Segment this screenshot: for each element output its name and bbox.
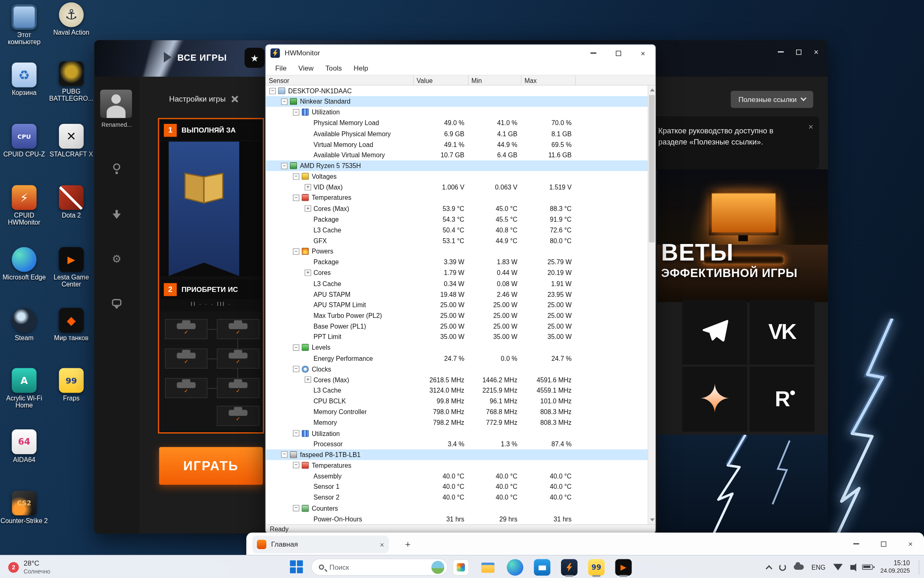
tank-node[interactable]: ✓ xyxy=(165,319,207,339)
clock[interactable]: 15:10 24.09.2025 xyxy=(880,559,910,575)
minimize-button[interactable] xyxy=(843,533,870,555)
desktop-icon-fraps[interactable]: 99Fraps xyxy=(47,368,95,402)
social-tile-telegram[interactable] xyxy=(682,300,747,365)
sensor-row[interactable]: Physical Memory Load49.0 %41.0 %70.0 % xyxy=(266,118,648,128)
collapse-icon[interactable]: − xyxy=(293,366,299,372)
promo-step-1[interactable]: 1 ВЫПОЛНЯЙ ЗА xyxy=(160,120,262,140)
sensor-row[interactable]: APU STAPM19.48 W2.46 W23.95 W xyxy=(266,289,648,300)
taskbar-app-fraps[interactable]: 99 xyxy=(587,557,606,577)
sensor-row[interactable]: +Cores (Max)53.9 °C45.0 °C88.3 °C xyxy=(266,203,648,214)
column-header-max[interactable]: Max xyxy=(521,76,575,85)
sensor-row[interactable]: −Clocks xyxy=(266,364,648,374)
taskbar-app-edge[interactable] xyxy=(506,557,525,577)
sensor-row[interactable]: Memory Controller798.0 MHz768.8 MHz808.3… xyxy=(266,407,648,417)
scroll-down-icon[interactable] xyxy=(650,519,655,521)
menu-item-file[interactable]: File xyxy=(269,62,292,74)
search-input[interactable]: Поиск xyxy=(311,559,448,576)
sensor-row[interactable]: L3 Cache3124.0 MHz2215.9 MHz4559.1 MHz xyxy=(266,385,648,396)
social-tile-vk[interactable]: VK xyxy=(750,300,814,365)
new-tab-button[interactable]: + xyxy=(401,537,415,551)
profile-name[interactable]: Renamed... xyxy=(94,121,139,128)
sensor-row[interactable]: Assembly40.0 °C40.0 °C40.0 °C xyxy=(266,471,648,481)
tab-close-icon[interactable]: × xyxy=(380,540,384,549)
game-settings-button[interactable]: Настройки игры xyxy=(169,95,238,103)
weather-widget[interactable]: 2 28°C Солнечно xyxy=(5,557,54,577)
taskbar-app-photos[interactable] xyxy=(451,557,470,577)
sensor-row[interactable]: Package54.3 °C45.5 °C91.9 °C xyxy=(266,214,648,225)
collapse-icon[interactable]: − xyxy=(281,98,288,105)
play-button[interactable]: ИГРАТЬ xyxy=(159,447,263,485)
taskbar-app-file-explorer[interactable] xyxy=(478,557,497,577)
sensor-row[interactable]: APU STAPM Limit25.00 W25.00 W25.00 W xyxy=(266,299,648,310)
collapse-icon[interactable]: − xyxy=(269,88,276,94)
collapse-icon[interactable]: − xyxy=(293,173,299,180)
sensor-row[interactable]: −AMD Ryzen 5 7535H xyxy=(266,161,648,171)
sensor-row[interactable]: −DESKTOP-NK1DAAC xyxy=(266,85,648,96)
desktop-icon-cs2[interactable]: CS2Counter-Strike 2 xyxy=(0,491,48,525)
sensor-row[interactable]: −Utilization xyxy=(266,428,648,438)
sensor-row[interactable]: −Counters xyxy=(266,503,648,514)
show-desktop-button[interactable] xyxy=(919,560,920,574)
sensor-row[interactable]: −Temperatures xyxy=(266,460,648,471)
browser-tab-home[interactable]: Главная × xyxy=(252,535,389,553)
sensor-row[interactable]: −Powers xyxy=(266,246,648,257)
all-games-nav[interactable]: ВСЕ ИГРЫ xyxy=(164,52,227,63)
download-icon[interactable] xyxy=(110,209,123,222)
sensor-row[interactable]: Processor3.4 %1.3 %87.4 % xyxy=(266,438,648,449)
sensor-row[interactable]: Memory798.2 MHz772.9 MHz808.3 MHz xyxy=(266,417,648,428)
minimize-button[interactable] xyxy=(774,46,788,58)
tank-node[interactable]: ✓ xyxy=(165,378,207,398)
collapse-icon[interactable]: − xyxy=(293,430,299,437)
sensor-row[interactable]: Base Power (PL1)25.00 W25.00 W25.00 W xyxy=(266,321,648,332)
volume-icon[interactable] xyxy=(850,565,854,569)
tank-node[interactable]: ✓ xyxy=(217,319,259,339)
wifi-icon[interactable] xyxy=(833,564,843,571)
desktop-icon-steam[interactable]: Steam xyxy=(0,308,48,342)
sync-icon[interactable] xyxy=(779,564,786,571)
sensor-row[interactable]: Sensor 240.0 °C40.0 °C40.0 °C xyxy=(266,492,648,503)
menu-item-view[interactable]: View xyxy=(292,62,319,74)
collapse-icon[interactable]: − xyxy=(293,344,299,351)
maximize-button[interactable] xyxy=(870,533,897,555)
menu-item-help[interactable]: Help xyxy=(348,62,374,74)
settings-gear-icon[interactable]: ⚙ xyxy=(110,252,123,265)
desktop-icon-aida64[interactable]: 64AIDA64 xyxy=(0,429,48,463)
desktop-icon-cpu-z[interactable]: CPUCPUID CPU-Z xyxy=(0,124,48,158)
desktop-icon-naval-action[interactable]: ⚓Naval Action xyxy=(47,2,95,36)
tray-overflow-icon[interactable] xyxy=(766,565,772,571)
sensor-row[interactable]: +Cores1.79 W0.44 W20.19 W xyxy=(266,268,648,278)
taskbar-app-lesta[interactable]: ▶ xyxy=(614,557,633,577)
expand-icon[interactable]: + xyxy=(305,184,311,190)
sensor-row[interactable]: Sensor 140.0 °C40.0 °C40.0 °C xyxy=(266,481,648,492)
collapse-icon[interactable]: − xyxy=(293,109,299,116)
menu-item-tools[interactable]: Tools xyxy=(319,62,348,74)
sensor-row[interactable]: PPT Limit35.00 W35.00 W35.00 W xyxy=(266,332,648,342)
tank-node[interactable]: ✓ xyxy=(165,348,207,369)
tank-node[interactable]: ✓ xyxy=(217,406,259,426)
sensor-row[interactable]: Virtual Memory Load49.1 %44.9 %69.5 % xyxy=(266,139,648,150)
collapse-icon[interactable]: − xyxy=(281,451,288,458)
column-header-sensor[interactable]: Sensor xyxy=(266,76,413,85)
maximize-button[interactable] xyxy=(606,45,631,62)
sensor-row[interactable]: −Ninkear Standard xyxy=(266,96,648,107)
promo-step-2[interactable]: 2 ПРИОБРЕТИ ИС xyxy=(160,280,262,299)
scroll-up-icon[interactable] xyxy=(650,88,655,91)
vertical-scrollbar[interactable] xyxy=(648,85,655,524)
onedrive-cloud-icon[interactable] xyxy=(794,564,804,570)
battery-icon[interactable] xyxy=(862,564,873,570)
sensor-row[interactable]: L3 Cache0.34 W0.08 W1.91 W xyxy=(266,278,648,289)
sensor-row[interactable]: Available Virtual Memory10.7 GB6.4 GB11.… xyxy=(266,150,648,161)
expand-icon[interactable]: + xyxy=(305,270,311,276)
collapse-icon[interactable]: − xyxy=(293,462,299,469)
desktop-icon-acrylic[interactable]: AAcrylic Wi-Fi Home xyxy=(0,368,48,409)
sensor-row[interactable]: Energy Performance24.7 %0.0 %24.7 % xyxy=(266,353,648,364)
minimize-button[interactable] xyxy=(581,45,606,62)
sensor-row[interactable]: −Temperatures xyxy=(266,192,648,203)
desktop-icon-this-pc[interactable]: Этот компьютер xyxy=(0,5,48,45)
taskbar-app-store[interactable] xyxy=(533,557,552,577)
desktop-icon-dota2[interactable]: Dota 2 xyxy=(47,185,95,219)
sensor-row[interactable]: +Cores (Max)2618.5 MHz1446.2 MHz4591.6 M… xyxy=(266,374,648,385)
useful-links-button[interactable]: Полезные ссылки xyxy=(731,91,813,108)
sensor-row[interactable]: CPU BCLK99.8 MHz96.1 MHz101.0 MHz xyxy=(266,396,648,407)
collapse-icon[interactable]: − xyxy=(293,248,299,255)
